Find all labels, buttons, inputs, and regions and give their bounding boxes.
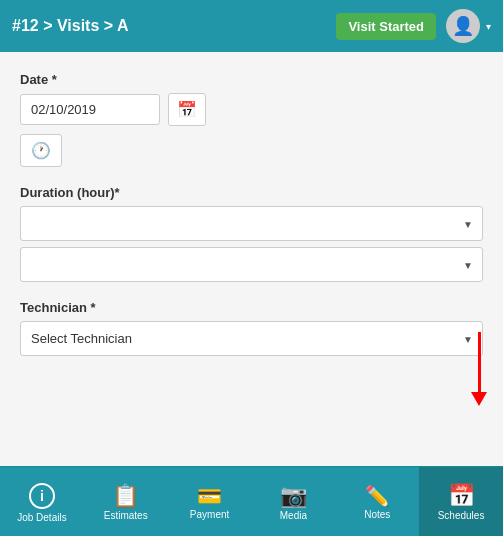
edit-icon: ✏️ — [365, 486, 390, 506]
technician-group: Technician * Select Technician ▼ — [20, 300, 483, 356]
technician-select[interactable]: Select Technician — [20, 321, 483, 356]
tab-job-details-label: Job Details — [17, 512, 66, 523]
clock-row: 🕐 — [20, 134, 483, 167]
duration-selects: ▼ ▼ — [20, 206, 483, 282]
tab-estimates[interactable]: 📋 Estimates — [84, 467, 168, 536]
date-label: Date * — [20, 72, 483, 87]
avatar-icon: 👤 — [452, 15, 474, 37]
chevron-down-icon: ▾ — [486, 21, 491, 32]
calendar-check-icon: 📅 — [448, 485, 475, 507]
duration-label: Duration (hour)* — [20, 185, 483, 200]
credit-card-icon: 💳 — [197, 486, 222, 506]
clipboard-icon: 📋 — [112, 485, 139, 507]
date-row: 📅 — [20, 93, 483, 126]
duration-select-2[interactable] — [20, 247, 483, 282]
duration-group: Duration (hour)* ▼ ▼ — [20, 185, 483, 282]
clock-icon: 🕐 — [20, 134, 62, 167]
tab-estimates-label: Estimates — [104, 510, 148, 521]
visit-started-button[interactable]: Visit Started — [336, 13, 436, 40]
duration-select-2-wrapper: ▼ — [20, 247, 483, 282]
camera-icon: 📷 — [280, 485, 307, 507]
arrow-annotation — [471, 332, 487, 406]
info-icon: i — [29, 483, 55, 509]
tab-schedules[interactable]: 📅 Schedules — [419, 467, 503, 536]
arrow-line — [478, 332, 481, 392]
tab-bar: i Job Details 📋 Estimates 💳 Payment 📷 Me… — [0, 466, 503, 536]
breadcrumb: #12 > Visits > A — [12, 17, 326, 35]
date-input[interactable] — [20, 94, 160, 125]
tab-schedules-label: Schedules — [438, 510, 485, 521]
tab-job-details[interactable]: i Job Details — [0, 467, 84, 536]
calendar-icon-button[interactable]: 📅 — [168, 93, 206, 126]
header: #12 > Visits > A Visit Started 👤 ▾ — [0, 0, 503, 52]
tab-payment[interactable]: 💳 Payment — [168, 467, 252, 536]
form-content: Date * 📅 🕐 Duration (hour)* ▼ ▼ — [0, 52, 503, 466]
tab-media-label: Media — [280, 510, 307, 521]
tab-notes-label: Notes — [364, 509, 390, 520]
technician-select-wrapper: Select Technician ▼ — [20, 321, 483, 356]
duration-select-1-wrapper: ▼ — [20, 206, 483, 241]
arrow-head — [471, 392, 487, 406]
tab-payment-label: Payment — [190, 509, 229, 520]
tab-notes[interactable]: ✏️ Notes — [335, 467, 419, 536]
date-group: Date * 📅 🕐 — [20, 72, 483, 167]
tab-media[interactable]: 📷 Media — [251, 467, 335, 536]
duration-select-1[interactable] — [20, 206, 483, 241]
technician-label: Technician * — [20, 300, 483, 315]
avatar[interactable]: 👤 — [446, 9, 480, 43]
